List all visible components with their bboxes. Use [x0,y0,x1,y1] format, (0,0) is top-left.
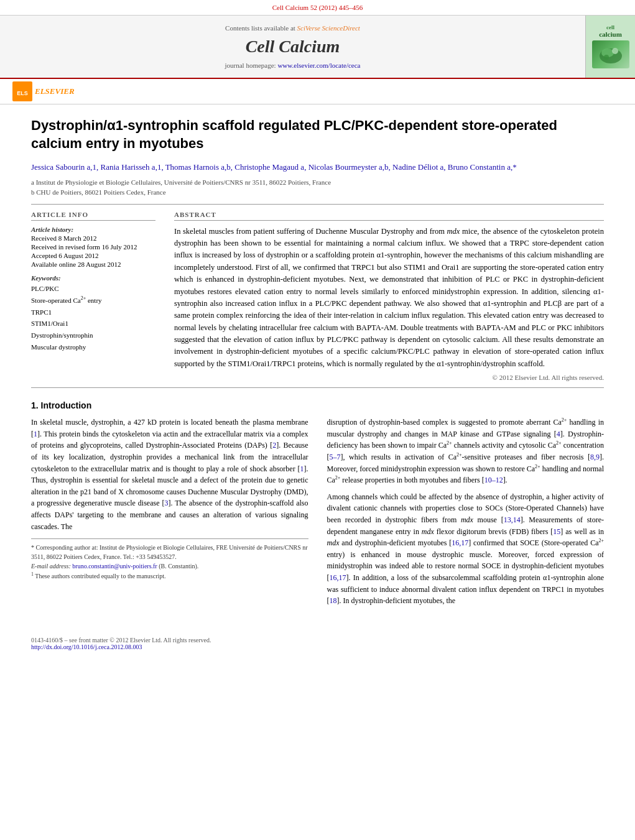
intro-two-col: In skeletal muscle, dystrophin, a 427 kD… [31,417,604,612]
keywords-block: Keywords: PLC/PKC Store-operated Ca2+ en… [31,274,155,353]
article-info-label: ARTICLE INFO [31,211,155,221]
divider-2 [31,387,604,388]
intro-para-1: In skeletal muscle, dystrophin, a 427 kD… [31,417,308,532]
homepage-line: journal homepage: www.elsevier.com/locat… [12,60,573,72]
keyword-6: Muscular dystrophy [31,341,155,353]
keywords-list: PLC/PKC Store-operated Ca2+ entry TRPC1 … [31,283,155,353]
footer-doi[interactable]: http://dx.doi.org/10.1016/j.ceca.2012.08… [31,644,604,650]
footer-issn: 0143-4160/$ – see front matter © 2012 El… [31,637,604,644]
sciverse-line: Contents lists available at SciVerse Sci… [12,22,573,33]
affiliation-b: b CHU de Poitiers, 86021 Poitiers Cedex,… [31,187,604,198]
journal-name-header: Cell Calcium [12,33,573,60]
footer-info: 0143-4160/$ – see front matter © 2012 El… [0,637,635,650]
accepted-date: Accepted 6 August 2012 [31,252,155,259]
ref-4: 4 [557,430,560,438]
available-date: Available online 28 August 2012 [31,261,155,268]
keywords-label: Keywords: [31,274,155,282]
authors: Jessica Sabourin a,1, Rania Harisseh a,1… [31,161,604,173]
ref-1: 1 [34,430,37,438]
keyword-4: STIM1/Orai1 [31,318,155,330]
elsevier-tree-icon: ELS [12,81,32,101]
ref-2: 2 [272,441,276,450]
top-bar-left: Contents lists available at SciVerse Sci… [0,16,585,78]
abstract-text: In skeletal muscles from patient sufferi… [174,226,604,371]
footnote-corresponding: * Corresponding author at: Institut de P… [31,543,308,561]
sciverse-link[interactable]: SciVerse ScienceDirect [297,24,360,32]
history-label: Article history: [31,226,155,233]
ref-15: 15 [553,527,560,536]
article-info-abstract: ARTICLE INFO Article history: Received 8… [31,211,604,382]
intro-heading: 1. Introduction [31,400,604,410]
received-date: Received 8 March 2012 [31,234,155,242]
page: Cell Calcium 52 (2012) 445–456 Contents … [0,0,635,840]
elsevier-logo: ELS ELSEVIER [12,81,75,101]
ref-8-9: 8,9 [590,453,600,461]
ref-10-12: 10–12 [484,476,503,484]
footnote-email: E-mail address: bruno.constantin@univ-po… [31,561,308,571]
ref-16-17b: 16,17 [330,573,346,582]
elsevier-label: ELSEVIER [35,86,75,96]
article-info-col: ARTICLE INFO Article history: Received 8… [31,211,155,382]
ref-13-14: 13,14 [504,515,521,524]
ref-5-7: 5–7 [330,453,341,461]
elsevier-bar: ELS ELSEVIER [0,79,635,104]
abstract-label: ABSTRACT [174,211,604,221]
homepage-prefix: journal homepage: [225,62,276,69]
svg-point-3 [604,55,609,60]
ref-16-17: 16,17 [452,538,468,547]
keyword-3: TRPC1 [31,307,155,318]
email-link[interactable]: bruno.constantin@univ-poitiers.fr [72,563,157,570]
homepage-link[interactable]: www.elsevier.com/locate/ceca [277,62,360,69]
svg-text:ELS: ELS [17,90,28,96]
article-content: Dystrophin/α1-syntrophin scaffold regula… [0,104,635,624]
copyright-line: © 2012 Elsevier Ltd. All rights reserved… [174,374,604,381]
ref-18: 18 [330,596,337,605]
ref-3b: 3 [164,499,168,507]
logo-image [592,40,629,68]
intro-left-col: In skeletal muscle, dystrophin, a 427 kD… [31,417,308,612]
keyword-2: Store-operated Ca2+ entry [31,294,155,306]
journal-logo-box: cell calcium [585,16,635,78]
journal-header: Cell Calcium 52 (2012) 445–456 [0,0,635,16]
intro-right-col: disruption of dystrophin-based complex i… [327,417,605,612]
logo-text-line1: cell [606,25,614,31]
history-block: Article history: Received 8 March 2012 R… [31,226,155,268]
footnote-1: 1 These authors contributed equally to t… [31,571,308,581]
affiliation-a: a Institut de Physiologie et Biologie Ce… [31,177,604,188]
journal-citation: Cell Calcium 52 (2012) 445–456 [62,4,573,11]
sciverse-prefix: Contents lists available at [225,24,295,32]
logo-text-line2: calcium [599,30,622,38]
top-bar: Contents lists available at SciVerse Sci… [0,16,635,79]
introduction-section: 1. Introduction In skeletal muscle, dyst… [31,400,604,612]
abstract-col: ABSTRACT In skeletal muscles from patien… [174,211,604,382]
received-revised-date: Received in revised form 16 July 2012 [31,243,155,251]
svg-point-2 [612,48,618,54]
affiliations: a Institut de Physiologie et Biologie Ce… [31,177,604,198]
ref-3a: 1 [300,464,304,473]
intro-para-3: Among channels which could be affected b… [327,491,605,607]
article-title: Dystrophin/α1-syntrophin scaffold regula… [31,117,604,152]
keyword-1: PLC/PKC [31,283,155,295]
divider-1 [31,204,604,205]
email-person: (B. Constantin). [159,563,198,570]
keyword-5: Dystrophin/syntrophin [31,330,155,341]
intro-para-2: disruption of dystrophin-based complex i… [327,417,605,486]
footnote-section: * Corresponding author at: Institut de P… [31,538,308,581]
